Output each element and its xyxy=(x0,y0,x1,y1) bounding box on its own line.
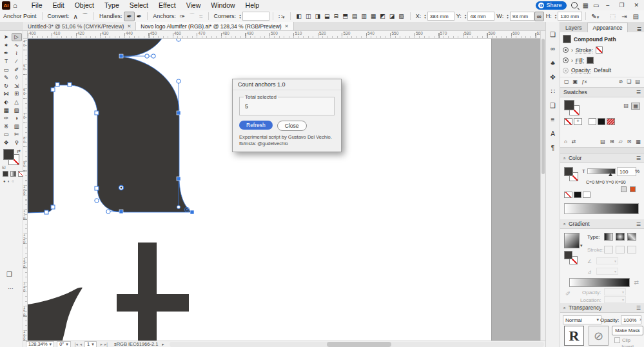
y-input[interactable]: 48 mm xyxy=(467,12,494,21)
letterform-n-path[interactable] xyxy=(28,39,193,213)
color-mode-button[interactable] xyxy=(3,171,8,177)
anchor-point-selected[interactable] xyxy=(119,210,123,213)
color-fill-indicator[interactable] xyxy=(564,167,573,176)
width-tool[interactable]: ⋈ xyxy=(1,90,12,98)
gradient-tool[interactable]: ▧ xyxy=(12,106,22,114)
menu-edit[interactable]: Edit xyxy=(48,1,70,9)
transparency-opacity-input[interactable]: 100% xyxy=(621,315,641,324)
tab-layers[interactable]: Layers xyxy=(560,23,587,32)
swatches-header[interactable]: Swatches ☰ xyxy=(560,88,644,97)
remove-anchor-icon[interactable]: ✑ xyxy=(178,12,187,21)
lasso-tool[interactable]: ∿ xyxy=(12,41,22,50)
anchor-point-unselected[interactable] xyxy=(68,83,72,86)
stroke-visibility-eye-icon[interactable] xyxy=(563,47,569,53)
corners-stepper[interactable]: ▴▾ xyxy=(239,14,241,19)
w-stepper[interactable]: ▴▾ xyxy=(507,14,509,19)
zoom-tool[interactable]: ⚲ xyxy=(12,139,22,147)
stroke-none-swatch[interactable] xyxy=(596,46,603,54)
blend-tool[interactable]: ◑ xyxy=(12,114,22,123)
appearance-footer-icon-3[interactable]: ƒx xyxy=(581,79,587,84)
gradient-angle-combo[interactable]: ▾ xyxy=(596,257,618,264)
document-tab-2[interactable]: Novo logo Alumifer (RGB).ai* @ 128,34 % … xyxy=(136,22,293,30)
gradient-mode-button[interactable] xyxy=(10,171,16,177)
gradient-eyedropper-icon[interactable]: ✑ xyxy=(563,289,572,298)
artboards-icon[interactable]: ❏ xyxy=(550,31,556,38)
swatch-grid-view-icon[interactable]: ▦ xyxy=(631,103,640,110)
brushes-icon[interactable]: ✤ xyxy=(550,74,555,81)
reverse-gradient-icon[interactable]: ⇄ xyxy=(634,279,639,286)
paintbrush-tool[interactable]: ✐ xyxy=(12,65,22,74)
warning-color-swatch[interactable] xyxy=(630,186,636,192)
align-icon-7[interactable]: ▤ xyxy=(352,13,358,19)
pen-tool[interactable]: ✒ xyxy=(1,49,12,57)
convert-smooth-icon[interactable]: ⌒ xyxy=(80,11,90,21)
character-icon[interactable]: A xyxy=(551,130,555,137)
pasteboard[interactable] xyxy=(491,39,540,341)
appearance-footer-icon-1[interactable]: ▢ xyxy=(564,79,569,84)
artboard-tool[interactable]: ▭ xyxy=(1,130,12,139)
color-panel-menu-icon[interactable]: ☰ xyxy=(636,155,641,161)
control-bar-option-icon-3[interactable]: ▤ xyxy=(633,13,639,20)
object-thumbnail[interactable]: R xyxy=(564,326,584,346)
fill-color-well[interactable] xyxy=(3,149,14,160)
control-bar-option-icon-2[interactable]: ⇥ xyxy=(621,13,627,20)
gradient-location-combo[interactable]: ▾ xyxy=(604,296,626,303)
artboard-number-select[interactable]: 1▾ xyxy=(84,341,97,347)
make-mask-button[interactable]: Make Mask xyxy=(612,326,643,335)
swap-fill-stroke-icon[interactable]: ⇄ xyxy=(17,149,21,154)
target-point-dot[interactable] xyxy=(186,209,188,211)
gradient-picker-caret[interactable]: ▾ xyxy=(580,243,583,248)
anchor-point-selected[interactable] xyxy=(177,111,181,115)
opacity-mask-thumbnail[interactable]: ⊘ xyxy=(589,326,609,346)
menu-effect[interactable]: Effect xyxy=(153,1,181,9)
menu-select[interactable]: Select xyxy=(124,1,153,9)
swatch-none[interactable] xyxy=(564,118,572,125)
appearance-footer-icon-r-2[interactable]: ❏ xyxy=(627,79,631,84)
arrange-documents-icon[interactable]: ▭ xyxy=(593,2,599,9)
show-handles-icon[interactable]: ✒ xyxy=(124,12,134,21)
opacity-visibility-eye-icon[interactable] xyxy=(563,68,569,74)
zoom-level-select[interactable]: 128,34%▾ xyxy=(26,341,54,347)
swatch-list-view-icon[interactable]: ▤ xyxy=(622,103,630,108)
appearance-panel-menu-icon[interactable]: ☰ xyxy=(637,26,644,32)
gradient-ramp[interactable] xyxy=(569,278,630,287)
menu-object[interactable]: Object xyxy=(70,1,99,9)
eraser-tool[interactable]: ◊ xyxy=(12,74,22,82)
handle-point[interactable] xyxy=(95,199,99,203)
freeform-gradient-icon[interactable] xyxy=(627,233,636,241)
swatch-red-pattern[interactable] xyxy=(607,118,615,125)
align-icon-12[interactable]: ▧ xyxy=(398,13,404,19)
opacity-stepper-arrow[interactable]: › xyxy=(639,317,641,322)
align-icon-9[interactable]: ▦ xyxy=(371,13,376,19)
graphic-style-icon[interactable]: ✎▾ xyxy=(589,12,601,21)
handle-point[interactable] xyxy=(177,79,181,83)
swatches-footer-icon-2[interactable]: ⇄ xyxy=(572,139,576,144)
type-tool[interactable]: T xyxy=(1,57,12,66)
paragraph-icon[interactable]: ¶ xyxy=(551,144,554,152)
curvature-tool[interactable]: ≀ xyxy=(12,49,22,57)
connect-anchor-icon[interactable]: ⌒ xyxy=(187,11,197,21)
align-icon-3[interactable]: ◨ xyxy=(315,13,321,19)
swatches-footer-icon-r-3[interactable]: ▱ xyxy=(619,139,623,144)
center-point-dot[interactable] xyxy=(121,187,122,189)
h-input[interactable]: 130 mm xyxy=(558,12,582,21)
grayscale-spectrum-ramp[interactable] xyxy=(564,203,639,214)
handle-endpoint[interactable] xyxy=(177,205,180,208)
stroke-gradient-within-icon[interactable] xyxy=(604,246,613,253)
menu-type[interactable]: Type xyxy=(99,1,124,9)
align-icon-1[interactable]: ◧ xyxy=(297,13,302,19)
home-icon[interactable]: ⌂ xyxy=(13,1,17,9)
handle-point[interactable] xyxy=(151,54,155,58)
prev-artboard-button[interactable]: ◂ xyxy=(80,342,82,347)
anchor-point-selected[interactable] xyxy=(119,54,123,58)
menu-view[interactable]: View xyxy=(181,1,206,9)
convert-corner-icon[interactable]: ∧ xyxy=(72,12,80,21)
fill-visibility-eye-icon[interactable] xyxy=(563,57,569,63)
dialog-title[interactable]: Count anchors 1.0 xyxy=(233,79,341,90)
transform-icon[interactable]: ∷ xyxy=(551,88,554,95)
anchor-point-unselected[interactable] xyxy=(95,111,99,115)
document-tab-1[interactable]: Untitled-3* @ 51,06 % (CMYK/Preview)✕ xyxy=(23,22,136,30)
swatches-panel-menu-icon[interactable]: ☰ xyxy=(636,90,641,95)
pathfinder-icon[interactable]: ❑ xyxy=(550,102,556,109)
refresh-button[interactable]: Refresh xyxy=(239,121,273,130)
